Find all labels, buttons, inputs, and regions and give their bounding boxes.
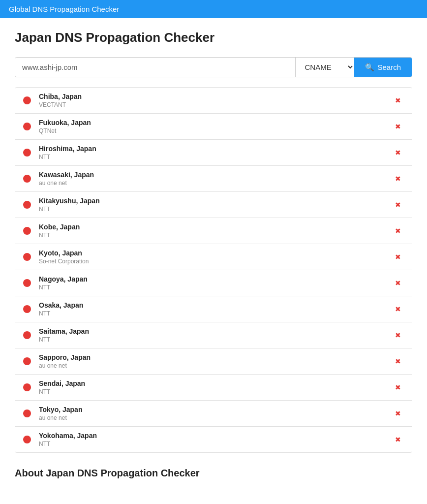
remove-button[interactable]: ✖ [392,304,404,314]
table-row: Osaka, Japan NTT ✖ [15,296,412,322]
location-info: Sapporo, Japan au one net [39,353,392,369]
about-title: About Japan DNS Propagation Checker [15,468,412,479]
location-info: Yokohama, Japan NTT [39,432,392,447]
search-button[interactable]: 🔍 Search [354,58,412,77]
location-city: Osaka, Japan [39,301,392,309]
location-isp: NTT [39,154,392,160]
page-title: Japan DNS Propagation Checker [15,30,412,45]
remove-button[interactable]: ✖ [392,122,404,131]
status-dot [23,123,31,130]
status-dot [23,305,31,313]
location-isp: NTT [39,206,392,213]
location-info: Chiba, Japan VECTANT [39,93,392,108]
location-isp: NTT [39,232,392,239]
location-info: Osaka, Japan NTT [39,301,392,317]
status-dot [23,227,31,235]
location-isp: NTT [39,388,392,395]
location-isp: au one net [39,180,392,187]
status-dot [23,279,31,287]
status-dot [23,331,31,339]
remove-button[interactable]: ✖ [392,356,404,366]
search-bar: AAAAACNAMEMXNSTXTSOACAA 🔍 Search [15,57,412,77]
status-dot [23,96,31,104]
location-info: Hiroshima, Japan NTT [39,145,392,160]
location-city: Fukuoka, Japan [39,119,392,126]
location-isp: au one net [39,362,392,369]
table-row: Tokyo, Japan au one net ✖ [15,401,412,427]
location-city: Saitama, Japan [39,327,392,335]
status-dot [23,201,31,209]
top-bar: Global DNS Propagation Checker [0,0,427,18]
status-dot [23,436,31,443]
location-isp: QTNet [39,127,392,134]
table-row: Kyoto, Japan So-net Corporation ✖ [15,244,412,270]
main-content: Japan DNS Propagation Checker AAAAACNAME… [0,18,427,491]
search-icon: 🔍 [365,63,374,72]
location-city: Yokohama, Japan [39,432,392,440]
remove-button[interactable]: ✖ [392,330,404,340]
results-list: Chiba, Japan VECTANT ✖ Fukuoka, Japan QT… [15,87,412,453]
remove-button[interactable]: ✖ [392,226,404,236]
status-dot [23,253,31,261]
table-row: Sendai, Japan NTT ✖ [15,375,412,401]
remove-button[interactable]: ✖ [392,95,404,105]
location-city: Kawasaki, Japan [39,171,392,179]
status-dot [23,410,31,417]
location-isp: NTT [39,441,392,447]
location-city: Kyoto, Japan [39,249,392,257]
table-row: Saitama, Japan NTT ✖ [15,322,412,348]
remove-button[interactable]: ✖ [392,252,404,262]
location-info: Sendai, Japan NTT [39,379,392,395]
status-dot [23,357,31,365]
remove-button[interactable]: ✖ [392,148,404,158]
table-row: Kobe, Japan NTT ✖ [15,218,412,244]
domain-search-input[interactable] [15,58,295,77]
location-info: Fukuoka, Japan QTNet [39,119,392,134]
location-info: Kawasaki, Japan au one net [39,171,392,187]
table-row: Kitakyushu, Japan NTT ✖ [15,192,412,218]
location-city: Kobe, Japan [39,223,392,231]
remove-button[interactable]: ✖ [392,435,404,444]
location-isp: au one net [39,414,392,421]
location-isp: NTT [39,284,392,291]
table-row: Hiroshima, Japan NTT ✖ [15,140,412,166]
location-city: Hiroshima, Japan [39,145,392,153]
location-isp: NTT [39,310,392,317]
dns-type-select[interactable]: AAAAACNAMEMXNSTXTSOACAA [295,58,354,77]
location-info: Kobe, Japan NTT [39,223,392,239]
location-city: Nagoya, Japan [39,275,392,283]
status-dot [23,383,31,391]
location-info: Nagoya, Japan NTT [39,275,392,291]
status-dot [23,149,31,157]
status-dot [23,175,31,183]
remove-button[interactable]: ✖ [392,409,404,418]
search-button-label: Search [377,63,401,71]
location-isp: NTT [39,336,392,343]
location-city: Sendai, Japan [39,379,392,387]
remove-button[interactable]: ✖ [392,278,404,288]
remove-button[interactable]: ✖ [392,200,404,210]
location-info: Saitama, Japan NTT [39,327,392,343]
table-row: Kawasaki, Japan au one net ✖ [15,166,412,192]
table-row: Yokohama, Japan NTT ✖ [15,427,412,452]
table-row: Nagoya, Japan NTT ✖ [15,270,412,296]
location-info: Tokyo, Japan au one net [39,406,392,421]
location-city: Tokyo, Japan [39,406,392,413]
location-city: Sapporo, Japan [39,353,392,361]
location-city: Kitakyushu, Japan [39,197,392,205]
remove-button[interactable]: ✖ [392,382,404,392]
location-isp: So-net Corporation [39,258,392,265]
remove-button[interactable]: ✖ [392,174,404,184]
table-row: Chiba, Japan VECTANT ✖ [15,88,412,114]
table-row: Sapporo, Japan au one net ✖ [15,348,412,375]
location-info: Kyoto, Japan So-net Corporation [39,249,392,265]
table-row: Fukuoka, Japan QTNet ✖ [15,114,412,140]
location-isp: VECTANT [39,101,392,108]
top-bar-title: Global DNS Propagation Checker [9,5,119,13]
location-info: Kitakyushu, Japan NTT [39,197,392,213]
location-city: Chiba, Japan [39,93,392,100]
